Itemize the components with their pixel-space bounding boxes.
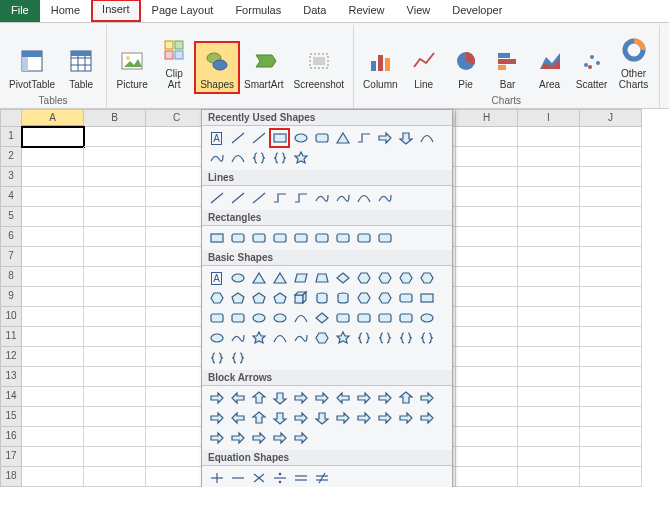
shape-option[interactable] [311,188,332,208]
row-header[interactable]: 7 [0,247,22,267]
cell[interactable] [84,367,146,387]
shape-option[interactable] [269,188,290,208]
pivottable-button[interactable]: PivotTable [4,42,60,93]
cell[interactable] [518,247,580,267]
shape-option[interactable] [248,268,269,288]
shape-option[interactable] [227,148,248,168]
shape-option[interactable] [290,148,311,168]
cell[interactable] [84,467,146,487]
cell[interactable] [580,387,642,407]
cell[interactable] [22,467,84,487]
clipart-button[interactable]: Clip Art [153,31,195,93]
scatter-chart-button[interactable]: Scatter [571,42,613,93]
cell[interactable] [456,127,518,147]
other-charts-button[interactable]: Other Charts [613,31,655,93]
cell[interactable] [22,187,84,207]
cell[interactable] [146,467,208,487]
shape-option[interactable] [353,268,374,288]
shape-option[interactable] [290,328,311,348]
cell[interactable] [22,447,84,467]
shape-option[interactable] [416,328,437,348]
cell[interactable] [456,307,518,327]
row-header[interactable]: 2 [0,147,22,167]
cell[interactable] [84,247,146,267]
cell[interactable] [456,387,518,407]
shape-option[interactable] [416,288,437,308]
shape-option[interactable] [290,288,311,308]
shape-option[interactable] [311,228,332,248]
row-header[interactable]: 9 [0,287,22,307]
cell[interactable] [84,127,146,147]
cell[interactable] [146,187,208,207]
cell[interactable] [580,467,642,487]
row-header[interactable]: 15 [0,407,22,427]
shape-option[interactable] [269,308,290,328]
cell[interactable] [456,267,518,287]
shape-option[interactable] [290,388,311,408]
cell[interactable] [22,347,84,367]
shape-option[interactable] [416,128,437,148]
shape-option[interactable] [269,328,290,348]
cell[interactable] [84,287,146,307]
shape-option[interactable] [290,128,311,148]
cell[interactable] [518,447,580,467]
cell[interactable] [22,247,84,267]
cell[interactable] [456,447,518,467]
shape-option[interactable] [206,388,227,408]
cell[interactable] [580,287,642,307]
cell[interactable] [456,147,518,167]
shape-option[interactable] [374,228,395,248]
cell[interactable] [456,247,518,267]
shape-option[interactable] [353,388,374,408]
cell[interactable] [84,347,146,367]
cell[interactable] [456,407,518,427]
shape-option[interactable] [206,288,227,308]
cell[interactable] [518,167,580,187]
shape-option[interactable] [227,328,248,348]
cell[interactable] [22,307,84,327]
cell[interactable] [84,267,146,287]
cell[interactable] [22,207,84,227]
shape-option[interactable] [374,128,395,148]
shapes-button[interactable]: Shapes [195,42,239,93]
shape-option[interactable] [332,308,353,328]
shape-option[interactable] [206,148,227,168]
cell[interactable] [84,207,146,227]
cell[interactable] [84,427,146,447]
cell[interactable] [580,227,642,247]
line-chart-button[interactable]: Line [403,42,445,93]
column-header[interactable]: J [580,109,642,127]
shape-option[interactable] [227,428,248,448]
shape-option[interactable] [248,328,269,348]
cell[interactable] [146,247,208,267]
cell[interactable] [518,327,580,347]
cell[interactable] [518,367,580,387]
cell[interactable] [22,327,84,347]
cell[interactable] [84,447,146,467]
cell[interactable] [580,267,642,287]
shape-option[interactable] [269,288,290,308]
shape-option[interactable] [248,388,269,408]
shape-option[interactable] [248,308,269,328]
cell[interactable] [84,187,146,207]
shape-option[interactable] [290,188,311,208]
shape-option[interactable] [248,468,269,487]
cell[interactable] [580,347,642,367]
shape-option[interactable] [374,408,395,428]
cell[interactable] [84,327,146,347]
cell[interactable] [456,227,518,247]
shape-option[interactable] [395,408,416,428]
shape-option[interactable] [374,288,395,308]
area-chart-button[interactable]: Area [529,42,571,93]
smartart-button[interactable]: SmartArt [239,42,288,93]
shape-option[interactable] [353,328,374,348]
column-header[interactable]: I [518,109,580,127]
cell[interactable] [146,367,208,387]
row-header[interactable]: 16 [0,427,22,447]
tab-developer[interactable]: Developer [441,0,513,22]
cell[interactable] [518,207,580,227]
shape-option[interactable] [416,388,437,408]
cell[interactable] [456,187,518,207]
shape-option[interactable] [269,468,290,487]
tab-insert[interactable]: Insert [91,0,141,22]
